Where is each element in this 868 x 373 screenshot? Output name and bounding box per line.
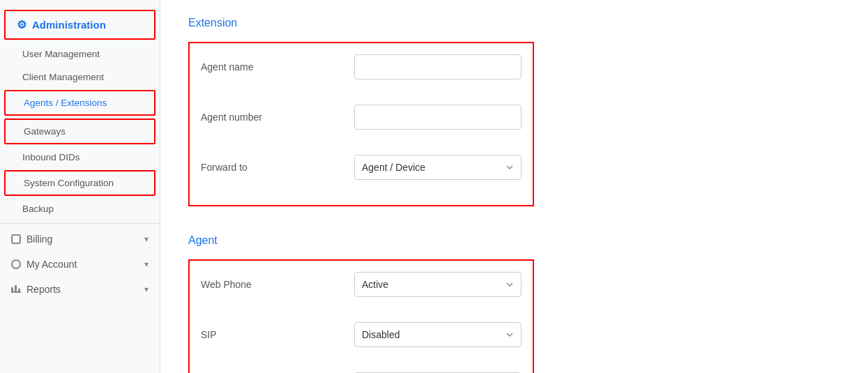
administration-label: Administration [32,19,106,31]
forward-to-label: Forward to [201,162,354,173]
sidebar-item-system-configuration[interactable]: System Configuration [4,170,155,196]
chevron-down-icon: ▾ [144,234,149,244]
sidebar-item-my-account[interactable]: My Account ▾ [0,252,160,277]
agent-number-input[interactable] [354,105,521,130]
agent-name-input[interactable] [354,54,521,79]
sidebar-item-backup[interactable]: Backup [0,197,160,220]
agent-section-title: Agent [188,234,840,247]
extension-fields: Agent name Agent number Forward to Agent… [201,54,521,194]
sidebar: ⚙ Administration User Management Client … [0,0,160,373]
sidebar-item-agents-extensions[interactable]: Agents / Extensions [4,90,155,116]
sidebar-item-gateways[interactable]: Gateways [4,119,155,144]
sidebar-item-client-management[interactable]: Client Management [0,66,160,89]
forward-to-group: Forward to Agent / Device External Numbe… [201,155,521,180]
web-phone-label: Web Phone [201,279,354,290]
sidebar-item-billing[interactable]: Billing ▾ [0,227,160,252]
agent-name-group: Agent name [201,54,521,79]
sidebar-item-user-management[interactable]: User Management [0,43,160,66]
agent-number-group: Agent number [201,105,521,130]
chevron-down-icon-3: ▾ [144,284,149,294]
sidebar-item-administration[interactable]: ⚙ Administration [4,10,155,40]
extension-section-title: Extension [188,17,840,29]
gear-icon: ⚙ [17,18,26,31]
sip-group: SIP Active Disabled [201,322,521,347]
agent-number-label: Agent number [201,112,354,123]
billing-icon [11,234,21,244]
agent-section-box: Web Phone Active Disabled SIP Active Dis… [188,259,534,373]
sip-label: SIP [201,329,354,340]
agent-fields: Web Phone Active Disabled SIP Active Dis… [201,272,521,373]
account-icon [11,259,21,269]
forward-to-select[interactable]: Agent / Device External Number Queue [354,155,521,180]
web-phone-group: Web Phone Active Disabled [201,272,521,297]
main-content: Extension Agent name Agent number Forwar… [160,0,868,373]
web-phone-select[interactable]: Active Disabled [354,272,521,297]
reports-icon [11,286,21,293]
agent-name-label: Agent name [201,61,354,73]
sidebar-item-reports[interactable]: Reports ▾ [0,277,160,302]
sip-select[interactable]: Active Disabled [354,322,521,347]
sidebar-item-inbound-dids[interactable]: Inbound DIDs [0,146,160,169]
extension-section-box: Agent name Agent number Forward to Agent… [188,42,534,206]
chevron-down-icon-2: ▾ [144,259,149,269]
sidebar-divider-1 [0,223,160,224]
